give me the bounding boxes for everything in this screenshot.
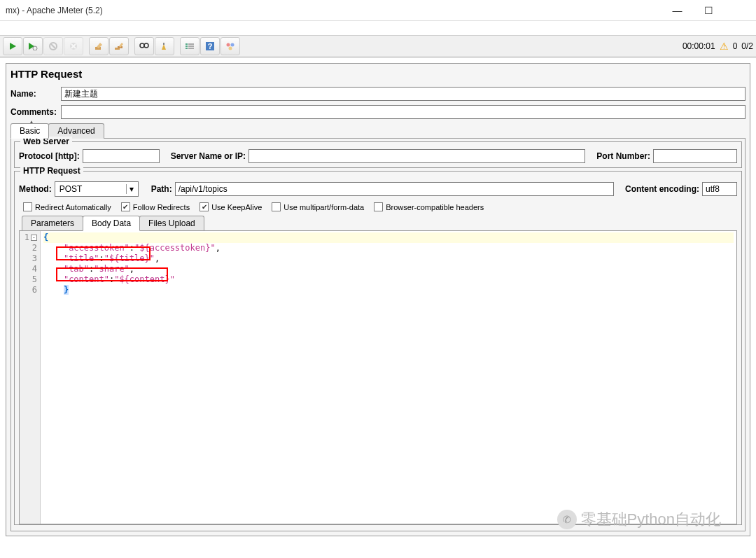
port-label: Port Number: [596,151,650,161]
web-server-fieldset: Web Server Protocol [http]: Server Name … [14,141,742,168]
name-label: Name: [10,89,58,99]
reset-search-button[interactable] [155,37,174,55]
svg-rect-20 [188,48,194,49]
tab-files-upload[interactable]: Files Upload [139,216,204,231]
encoding-input[interactable] [702,182,737,196]
svg-rect-16 [186,46,188,47]
start-no-pauses-button[interactable] [23,37,43,55]
port-input[interactable] [653,149,737,163]
help-button[interactable]: ? [200,37,220,55]
comments-input[interactable] [61,105,746,119]
protocol-input[interactable] [83,149,160,163]
config-tabs: Basic Advanced [10,123,746,139]
main-panel: HTTP Request Name: Comments: ▲▼ Basic Ad… [0,57,756,542]
wechat-icon: ✆ [557,510,577,529]
http-request-fieldset: HTTP Request Method: POST ▾ Path: Conten… [14,171,742,525]
svg-text:?: ? [208,42,213,50]
templates-button[interactable] [220,37,240,55]
panel-title: HTTP Request [10,68,746,80]
path-label: Path: [151,184,172,194]
close-button[interactable] [724,0,756,21]
tab-basic[interactable]: Basic [10,123,49,139]
basic-tab-content: Web Server Protocol [http]: Server Name … [10,138,746,531]
code-line-1: { [43,232,734,243]
body-editor[interactable]: 1- 2 3 4 5 6 { "accesstoken":"${accessto… [19,230,737,524]
servername-input[interactable] [248,149,585,163]
tab-parameters[interactable]: Parameters [22,216,83,231]
code-line-3: "title":"${title}", [43,253,734,264]
svg-marker-0 [10,43,16,50]
start-button[interactable] [3,37,22,55]
code-line-2: "accesstoken":"${accesstoken}", [43,243,734,253]
svg-point-24 [231,43,234,47]
window-title: mx) - Apache JMeter (5.2) [6,6,103,15]
body-subtabs: Parameters Body Data Files Upload [22,216,737,231]
code-line-6: } [43,285,734,295]
watermark-text: 零基础Python自动化 [581,509,722,530]
svg-point-12 [144,43,148,48]
stop-button[interactable] [43,37,63,55]
line-gutter: 1- 2 3 4 5 6 [20,231,41,524]
function-helper-button[interactable] [180,37,200,55]
menu-bar [0,21,756,35]
clear-all-button[interactable] [109,37,129,55]
redirect-auto-checkbox[interactable]: Redirect Automatically [23,202,111,211]
shutdown-button[interactable] [64,37,83,55]
name-input[interactable] [61,87,746,101]
path-input[interactable] [175,182,614,196]
window-controls: — ☐ [662,0,756,21]
svg-point-11 [140,43,144,48]
code-content[interactable]: { "accesstoken":"${accesstoken}", "title… [41,231,736,524]
svg-marker-1 [29,43,34,50]
svg-rect-18 [188,43,194,45]
svg-point-23 [227,43,230,47]
svg-line-4 [51,44,55,48]
method-value: POST [59,184,83,194]
clear-button[interactable] [89,37,108,55]
code-line-5: "content":"${content}" [43,274,734,285]
servername-label: Server Name or IP: [171,151,246,161]
svg-rect-14 [163,43,164,45]
search-button[interactable] [134,37,154,55]
watermark: ✆ 零基础Python自动化 [557,509,722,530]
maximize-button[interactable]: ☐ [693,0,724,21]
toolbar: ? 00:00:01 ⚠ 0 0/2 [0,35,756,57]
encoding-label: Content encoding: [625,184,699,194]
code-line-4: "tab":"share", [43,264,734,274]
comments-label: Comments: [10,107,58,117]
method-label: Method: [19,184,52,194]
svg-point-2 [33,46,37,50]
svg-rect-15 [186,43,188,45]
warning-icon[interactable]: ⚠ [720,41,729,52]
protocol-label: Protocol [http]: [19,151,80,161]
options-row: Redirect Automatically ✔Follow Redirects… [19,202,737,211]
title-bar: mx) - Apache JMeter (5.2) — ☐ [0,0,756,21]
http-request-legend: HTTP Request [20,166,83,176]
warning-count: 0 [733,41,738,51]
thread-ratio: 0/2 [741,41,753,51]
keepalive-checkbox[interactable]: ✔Use KeepAlive [200,202,262,211]
multipart-checkbox[interactable]: Use multipart/form-data [272,202,364,211]
svg-rect-19 [188,46,194,47]
tab-body-data[interactable]: Body Data [83,216,140,231]
follow-redirects-checkbox[interactable]: ✔Follow Redirects [121,202,190,211]
browser-compat-checkbox[interactable]: Browser-compatible headers [374,202,484,211]
chevron-down-icon: ▾ [126,184,136,194]
svg-rect-17 [186,48,188,49]
method-select[interactable]: POST ▾ [55,181,139,197]
minimize-button[interactable]: — [662,0,693,21]
svg-point-25 [229,47,232,50]
elapsed-time: 00:00:01 [682,41,715,51]
